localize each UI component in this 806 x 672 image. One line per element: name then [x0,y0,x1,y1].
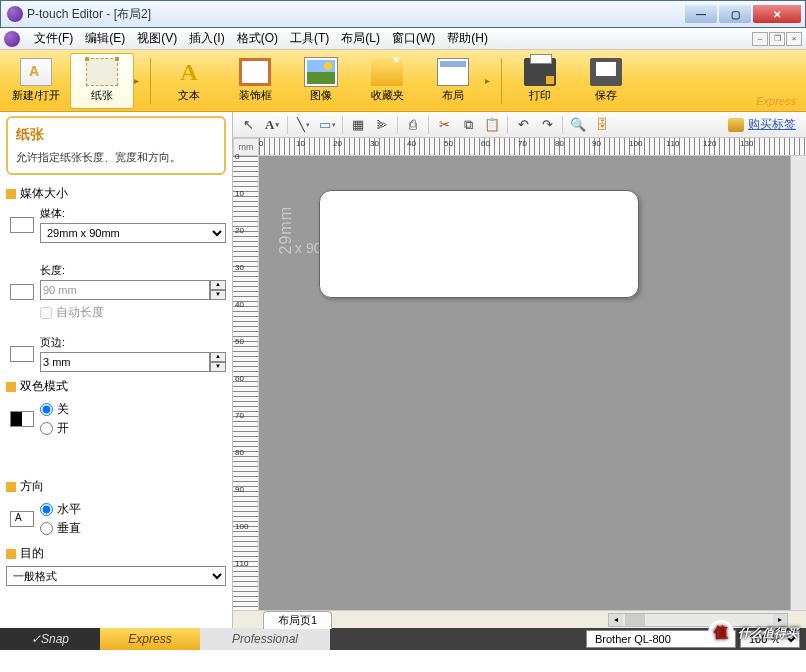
menu-tool[interactable]: 工具(T) [284,28,335,49]
tool-rect[interactable]: ▭ [316,115,338,135]
app-icon [7,6,23,22]
two-color-on[interactable]: 开 [40,420,226,437]
length-input[interactable] [40,280,210,300]
status-bar: ✓ Snap Express Professional Brother QL-8… [0,628,806,650]
zoom-select[interactable]: 100 % [740,630,800,648]
ribbon-save[interactable]: 保存 [574,53,638,109]
orient-horizontal[interactable]: 水平 [40,501,226,518]
menu-view[interactable]: 视图(V) [131,28,183,49]
two-color-icon [10,411,34,427]
tool-copy[interactable]: ⧉ [457,115,479,135]
minimize-button[interactable]: — [685,5,717,23]
margin-label: 页边: [40,335,226,350]
margin-down[interactable]: ▼ [210,362,226,372]
printer-select[interactable]: Brother QL-800 [586,630,736,648]
mode-express[interactable]: Express [100,628,200,650]
length-label: 长度: [40,263,226,278]
menu-help[interactable]: 帮助(H) [441,28,494,49]
tool-pointer[interactable]: ↖ [237,115,259,135]
length-icon [10,284,34,300]
menu-edit[interactable]: 编辑(E) [79,28,131,49]
margin-icon [10,346,34,362]
purpose-select[interactable]: 一般格式 [6,566,226,586]
ribbon-paper[interactable]: 纸张 [70,53,134,109]
ribbon: 新建/打开 纸张 ▸ A文本 装饰框 图像 收藏夹 布局 ▸ 打印 保存 Exp… [0,50,806,112]
section-media-size: 媒体大小 [6,185,226,202]
tool-redo[interactable]: ↷ [536,115,558,135]
scrollbar-horizontal[interactable]: ◂▸ [608,613,788,627]
section-orientation: 方向 [6,478,226,495]
title-bar: P-touch Editor - [布局2] — ▢ ✕ [0,0,806,28]
tool-cut[interactable]: ✂ [433,115,455,135]
label-dim-1: 29mm [277,206,295,254]
tool-align[interactable]: ⫸ [371,115,393,135]
auto-length-checkbox[interactable]: 自动长度 [40,304,226,321]
ribbon-mode-label: Express [756,95,796,107]
tool-text[interactable]: A [261,115,283,135]
mdi-minimize[interactable]: – [752,32,768,46]
tool-table[interactable]: ▦ [347,115,369,135]
menu-bar: 文件(F) 编辑(E) 视图(V) 插入(I) 格式(O) 工具(T) 布局(L… [0,28,806,50]
ribbon-text[interactable]: A文本 [157,53,221,109]
menu-layout[interactable]: 布局(L) [335,28,386,49]
menu-insert[interactable]: 插入(I) [183,28,230,49]
hint-box: 纸张 允许指定纸张长度、宽度和方向。 [6,116,226,175]
tool-database[interactable]: 🗄 [591,115,613,135]
hint-title: 纸张 [16,126,216,144]
tool-line[interactable]: ╲ [292,115,314,135]
ruler-vertical: 0102030405060708090100110 [233,156,259,610]
section-purpose: 目的 [6,545,226,562]
ribbon-layout[interactable]: 布局 [421,53,485,109]
ribbon-expand-2[interactable]: ▸ [485,75,495,86]
mdi-close[interactable]: × [786,32,802,46]
close-button[interactable]: ✕ [753,5,801,23]
ribbon-print[interactable]: 打印 [508,53,572,109]
ruler-horizontal: 0102030405060708090100110120130 [259,138,806,156]
app-menu-icon[interactable] [4,31,20,47]
mode-professional[interactable]: Professional [200,628,330,650]
mode-snap[interactable]: ✓ Snap [0,628,100,650]
label-shape[interactable] [319,190,639,298]
canvas[interactable]: 29mm x 90mm [259,156,806,610]
side-panel: 纸张 允许指定纸张长度、宽度和方向。 媒体大小 媒体: 29mm x 90mm … [0,112,233,628]
media-icon [10,217,34,233]
tool-paste[interactable]: 📋 [481,115,503,135]
maximize-button[interactable]: ▢ [719,5,751,23]
media-select[interactable]: 29mm x 90mm [40,223,226,243]
tool-print[interactable]: ⎙ [402,115,424,135]
ribbon-expand-1[interactable]: ▸ [134,75,144,86]
margin-input[interactable] [40,352,210,372]
length-up[interactable]: ▲ [210,280,226,290]
tool-undo[interactable]: ↶ [512,115,534,135]
toolbar: ↖ A ╲ ▭ ▦ ⫸ ⎙ ✂ ⧉ 📋 ↶ ↷ 🔍 🗄 购买标签 [233,112,806,138]
ribbon-image[interactable]: 图像 [289,53,353,109]
orient-vertical[interactable]: 垂直 [40,520,226,537]
ribbon-new[interactable]: 新建/打开 [4,53,68,109]
mdi-restore[interactable]: ❐ [769,32,785,46]
ribbon-frame[interactable]: 装饰框 [223,53,287,109]
section-two-color: 双色模式 [6,378,226,395]
menu-file[interactable]: 文件(F) [28,28,79,49]
length-down[interactable]: ▼ [210,290,226,300]
sheet-tab-row: 布局页1 ◂▸ [233,610,806,628]
margin-up[interactable]: ▲ [210,352,226,362]
orient-icon: A [10,511,34,527]
menu-format[interactable]: 格式(O) [231,28,284,49]
media-label: 媒体: [40,206,226,221]
window-title: P-touch Editor - [布局2] [27,6,685,23]
sheet-tab[interactable]: 布局页1 [263,611,332,629]
hint-desc: 允许指定纸张长度、宽度和方向。 [16,150,216,165]
buy-label-link[interactable]: 购买标签 [728,116,802,133]
menu-window[interactable]: 窗口(W) [386,28,441,49]
tool-zoom[interactable]: 🔍 [567,115,589,135]
two-color-off[interactable]: 关 [40,401,226,418]
scrollbar-vertical[interactable] [790,156,806,610]
ribbon-favorite[interactable]: 收藏夹 [355,53,419,109]
